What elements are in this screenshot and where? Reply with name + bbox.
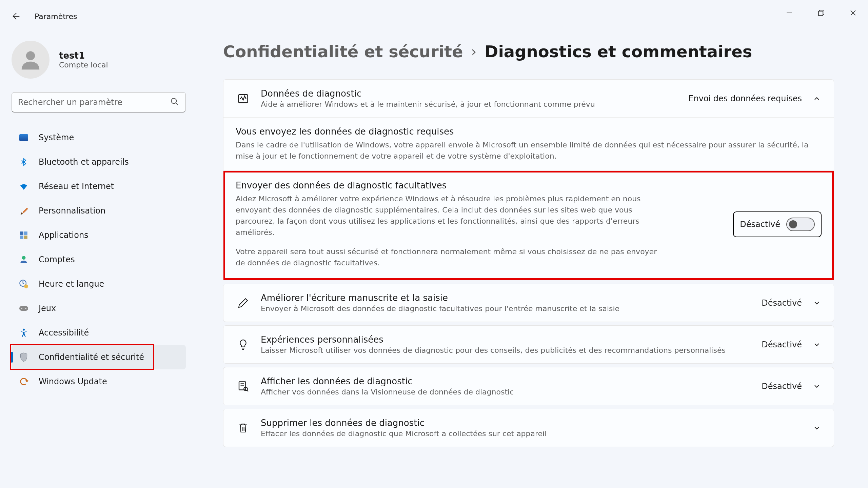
nav-item-network[interactable]: Réseau et Internet [12, 174, 186, 199]
optional-diagnostic-toggle[interactable] [786, 218, 815, 231]
title-bar: Paramètres [0, 0, 868, 33]
nav-label: Windows Update [39, 377, 107, 386]
nav-label: Accessibilité [39, 328, 89, 338]
apps-icon [18, 230, 29, 241]
nav-item-gaming[interactable]: Jeux [12, 296, 186, 321]
card-header-delete[interactable]: Supprimer les données de diagnostic Effa… [223, 409, 834, 447]
optional-title: Envoyer des données de diagnostic facult… [236, 180, 719, 190]
person-icon [19, 48, 42, 72]
card-tailored: Expériences personnalisées Laisser Micro… [223, 325, 834, 364]
required-desc: Dans le cadre de l'utilisation de Window… [236, 139, 822, 162]
close-button[interactable] [846, 6, 860, 20]
back-button[interactable] [9, 9, 23, 23]
diagnostic-icon [236, 93, 251, 105]
diagnostic-expanded: Vous envoyez les données de diagnostic r… [223, 117, 834, 280]
card-view-diagnostic: Afficher les données de diagnostic Affic… [223, 367, 834, 405]
nav-label: Bluetooth et appareils [39, 157, 129, 167]
chevron-up-icon [812, 94, 822, 103]
nav-item-windows-update[interactable]: Windows Update [12, 369, 186, 394]
window-controls [783, 0, 868, 33]
nav-item-privacy[interactable]: Confidentialité et sécurité [12, 345, 186, 369]
required-title: Vous envoyez les données de diagnostic r… [236, 126, 822, 137]
trash-icon [236, 422, 251, 434]
nav-item-personalization[interactable]: Personnalisation [12, 199, 186, 223]
user-profile[interactable]: test1 Compte local [12, 33, 186, 92]
gamepad-icon [18, 303, 29, 314]
system-icon [18, 132, 29, 143]
card-header-tailored[interactable]: Expériences personnalisées Laisser Micro… [223, 326, 834, 363]
nav-label: Applications [39, 230, 88, 240]
nav-label: Comptes [39, 255, 75, 264]
search-input[interactable] [12, 92, 186, 113]
card-status: Désactivé [762, 382, 802, 391]
card-title: Expériences personnalisées [261, 334, 751, 345]
document-search-icon [236, 380, 251, 392]
accounts-icon [18, 254, 29, 265]
nav-label: Confidentialité et sécurité [39, 352, 144, 362]
svg-rect-11 [24, 236, 27, 239]
pen-icon [236, 297, 251, 309]
svg-point-5 [26, 51, 35, 60]
app-title: Paramètres [35, 12, 77, 21]
card-header-inking[interactable]: Améliorer l'écriture manuscrite et la sa… [223, 284, 834, 322]
card-title: Données de diagnostic [261, 88, 678, 99]
svg-point-17 [25, 308, 26, 309]
breadcrumb-current: Diagnostics et commentaires [485, 42, 752, 61]
accessibility-icon [18, 327, 29, 338]
chevron-down-icon [812, 298, 822, 308]
optional-diagnostic-block: Envoyer des données de diagnostic facult… [223, 171, 834, 280]
svg-point-14 [24, 284, 28, 288]
search-icon [170, 97, 179, 107]
clock-globe-icon [18, 279, 29, 289]
svg-rect-2 [818, 11, 823, 16]
lightbulb-icon [236, 339, 251, 351]
card-title: Afficher les données de diagnostic [261, 376, 751, 386]
card-header-diagnostic[interactable]: Données de diagnostic Aide à améliorer W… [223, 80, 834, 117]
shield-icon [18, 352, 29, 363]
card-title: Améliorer l'écriture manuscrite et la sa… [261, 293, 751, 303]
svg-rect-10 [20, 236, 23, 239]
breadcrumb-parent[interactable]: Confidentialité et sécurité [223, 42, 463, 61]
chevron-down-icon [812, 340, 822, 349]
svg-point-16 [21, 308, 22, 309]
sidebar: test1 Compte local Système Bluetooth et … [0, 33, 197, 488]
svg-rect-8 [20, 231, 23, 235]
nav-label: Réseau et Internet [39, 182, 114, 191]
nav-label: Système [39, 133, 74, 142]
avatar [12, 41, 50, 79]
svg-point-6 [171, 98, 176, 103]
minimize-button[interactable] [783, 6, 796, 20]
wifi-icon [18, 181, 29, 192]
profile-text: test1 Compte local [59, 50, 108, 69]
nav-item-system[interactable]: Système [12, 125, 186, 150]
username: test1 [59, 50, 108, 61]
maximize-button[interactable] [814, 6, 828, 20]
arrow-left-icon [12, 12, 21, 21]
svg-rect-9 [24, 231, 27, 235]
optional-desc: Aidez Microsoft à améliorer votre expéri… [236, 193, 663, 268]
nav-label: Heure et langue [39, 279, 104, 289]
chevron-down-icon [812, 423, 822, 433]
card-subtitle: Aide à améliorer Windows et à le mainten… [261, 100, 678, 108]
chevron-right-icon: › [471, 44, 477, 59]
nav-item-apps[interactable]: Applications [12, 223, 186, 247]
main-content: Confidentialité et sécurité › Diagnostic… [197, 33, 868, 488]
card-diagnostic-data: Données de diagnostic Aide à améliorer W… [223, 79, 834, 280]
card-title: Supprimer les données de diagnostic [261, 418, 802, 428]
nav-item-bluetooth[interactable]: Bluetooth et appareils [12, 150, 186, 174]
required-diagnostic-block: Vous envoyez les données de diagnostic r… [223, 118, 834, 171]
card-subtitle: Laisser Microsoft utiliser vos données d… [261, 346, 751, 354]
account-type: Compte local [59, 61, 108, 69]
search-wrap [12, 92, 186, 113]
toggle-label: Désactivé [740, 220, 780, 229]
nav-item-time-language[interactable]: Heure et langue [12, 272, 186, 296]
nav-label: Jeux [39, 304, 56, 313]
maximize-icon [818, 9, 825, 16]
svg-point-18 [23, 329, 25, 331]
card-delete-diagnostic: Supprimer les données de diagnostic Effa… [223, 409, 834, 447]
nav-item-accounts[interactable]: Comptes [12, 247, 186, 272]
nav-item-accessibility[interactable]: Accessibilité [12, 321, 186, 345]
svg-rect-15 [19, 306, 28, 311]
bluetooth-icon [18, 157, 29, 167]
card-header-view[interactable]: Afficher les données de diagnostic Affic… [223, 367, 834, 405]
